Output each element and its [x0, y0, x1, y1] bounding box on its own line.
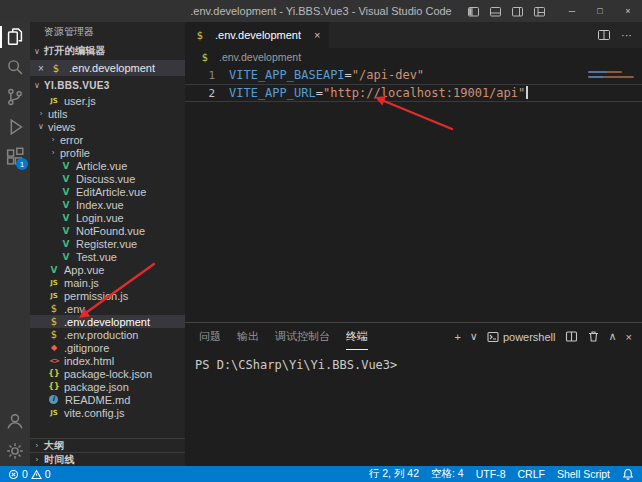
tree-item-Discuss.vue[interactable]: VDiscuss.vue [30, 172, 185, 185]
encoding-status[interactable]: UTF-8 [476, 468, 506, 480]
account-icon[interactable] [0, 406, 30, 436]
tree-item-App.vue[interactable]: VApp.vue [30, 263, 185, 276]
token-string: "/api-dev" [352, 68, 424, 82]
code-area[interactable]: 1 VITE_APP_BASEAPI="/api-dev" 2 VITE_APP… [185, 66, 642, 102]
tree-item-label: EditArticle.vue [76, 186, 146, 198]
panel-tab-problems[interactable]: 问题 [199, 323, 221, 350]
run-and-debug-icon[interactable] [0, 112, 30, 142]
open-editors-header[interactable]: ∨ 打开的编辑器 [30, 42, 185, 60]
vue-file-icon: V [60, 187, 72, 197]
vue-file-icon: V [60, 174, 72, 184]
split-terminal-icon[interactable] [565, 330, 578, 343]
extensions-icon[interactable]: 1 [0, 142, 30, 172]
tree-item-Login.vue[interactable]: VLogin.vue [30, 211, 185, 224]
error-icon [8, 469, 19, 480]
md-file-icon: i [49, 395, 58, 404]
tree-item-NotFound.vue[interactable]: VNotFound.vue [30, 224, 185, 237]
tree-item-index.html[interactable]: <>index.html [30, 354, 185, 367]
tree-item-label: views [48, 121, 76, 133]
split-editor-icon[interactable] [597, 28, 611, 42]
panel-tab-debug-console[interactable]: 调试控制台 [275, 323, 330, 350]
close-tab-icon[interactable]: × [314, 29, 320, 41]
minimap[interactable] [588, 71, 634, 81]
js-file-icon: JS [48, 97, 60, 105]
close-editor-icon[interactable]: × [35, 63, 47, 74]
token-operator: = [345, 68, 352, 82]
tree-item-vite.config.js[interactable]: JSvite.config.js [30, 406, 185, 419]
close-panel-icon[interactable]: × [626, 331, 632, 343]
timeline-section-header[interactable]: › 时间线 [30, 452, 185, 466]
tree-item-label: package.json [64, 381, 129, 393]
breadcrumb[interactable]: $ .env.development [185, 48, 642, 66]
tree-item-error[interactable]: ›error [30, 133, 185, 146]
tree-item-package.json[interactable]: {}package.json [30, 380, 185, 393]
tree-item-user.js[interactable]: JSuser.js [30, 94, 185, 107]
outline-label: 大纲 [44, 439, 65, 453]
tree-item-EditArticle.vue[interactable]: VEditArticle.vue [30, 185, 185, 198]
tree-item-label: .env.production [64, 329, 138, 341]
minimize-button[interactable]: ─ [558, 0, 586, 22]
indentation-status[interactable]: 空格: 4 [431, 467, 464, 481]
search-icon[interactable] [0, 52, 30, 82]
customize-layout-icon[interactable] [533, 5, 546, 18]
code-line-2[interactable]: 2 VITE_APP_URL="http://localhost:19001/a… [185, 84, 642, 102]
tree-item-views[interactable]: ∨views [30, 120, 185, 133]
source-control-icon[interactable] [0, 82, 30, 112]
explorer-icon[interactable] [0, 22, 30, 52]
toggle-panel-icon[interactable] [489, 5, 502, 18]
tree-item-.env[interactable]: $.env [30, 302, 185, 315]
powershell-terminal-button[interactable]: powershell [487, 331, 556, 343]
tree-item-label: Discuss.vue [76, 173, 135, 185]
maximize-button[interactable]: □ [586, 0, 614, 22]
tree-item-profile[interactable]: ›profile [30, 146, 185, 159]
tree-item-label: utils [48, 108, 68, 120]
tree-item-Register.vue[interactable]: VRegister.vue [30, 237, 185, 250]
tree-item-.env.development[interactable]: $.env.development [30, 315, 185, 328]
open-editors-label: 打开的编辑器 [44, 44, 106, 58]
chevron-expanded-icon: ∨ [36, 122, 46, 131]
tree-item-.gitignore[interactable]: ◆.gitignore [30, 341, 185, 354]
settings-gear-icon[interactable] [0, 436, 30, 466]
terminal-dropdown-icon[interactable]: ∨ [470, 330, 478, 343]
open-editor-item[interactable]: × $ .env.development [30, 60, 185, 76]
more-actions-icon[interactable]: ··· [621, 29, 632, 41]
errors-warnings-status[interactable]: 0 0 [8, 468, 51, 480]
eol-status[interactable]: CRLF [517, 468, 544, 480]
kill-terminal-trash-icon[interactable] [587, 330, 600, 343]
js-file-icon: JS [48, 292, 60, 300]
project-section-header[interactable]: ∨ YI.BBS.VUE3 [30, 76, 185, 94]
tree-item-utils[interactable]: ›utils [30, 107, 185, 120]
panel-tab-output[interactable]: 输出 [237, 323, 259, 350]
terminal-content[interactable]: PS D:\CSharp\Yi\Yi.BBS.Vue3> [185, 350, 642, 380]
panel-tab-terminal[interactable]: 终端 [346, 323, 368, 350]
tree-item-label: error [60, 134, 83, 146]
tab-env-development[interactable]: $ .env.development × [185, 22, 329, 48]
tree-item-main.js[interactable]: JSmain.js [30, 276, 185, 289]
chevron-expanded-icon: ∨ [30, 81, 44, 90]
git-file-icon: ◆ [48, 343, 60, 352]
js-file-icon: JS [48, 279, 60, 287]
close-window-button[interactable]: × [614, 0, 642, 22]
vue-file-icon: V [60, 213, 72, 223]
panel-tab-bar: 问题输出调试控制台终端 + ∨ powershell ∧ × [185, 323, 642, 350]
code-line-1[interactable]: 1 VITE_APP_BASEAPI="/api-dev" [185, 66, 642, 84]
html-file-icon: <> [48, 357, 60, 365]
toggle-sidebar-icon[interactable] [467, 5, 480, 18]
tree-item-Test.vue[interactable]: VTest.vue [30, 250, 185, 263]
toggle-secondary-sidebar-icon[interactable] [511, 5, 524, 18]
tree-item-label: App.vue [64, 264, 104, 276]
language-mode-status[interactable]: Shell Script [557, 468, 610, 480]
tree-item-README.md[interactable]: iREADME.md [30, 393, 185, 406]
maximize-panel-icon[interactable]: ∧ [609, 330, 617, 343]
notifications-bell-icon[interactable] [622, 468, 634, 480]
tree-item-package-lock.json[interactable]: {}package-lock.json [30, 367, 185, 380]
tree-item-label: package-lock.json [64, 368, 152, 380]
tree-item-Index.vue[interactable]: VIndex.vue [30, 198, 185, 211]
cursor-position-status[interactable]: 行 2, 列 42 [369, 467, 419, 481]
tree-item-.env.production[interactable]: $.env.production [30, 328, 185, 341]
new-terminal-icon[interactable]: + [454, 331, 460, 343]
tree-item-permission.js[interactable]: JSpermission.js [30, 289, 185, 302]
tree-item-Article.vue[interactable]: VArticle.vue [30, 159, 185, 172]
outline-section-header[interactable]: › 大纲 [30, 438, 185, 452]
code-text: VITE_APP_BASEAPI="/api-dev" [215, 68, 424, 82]
